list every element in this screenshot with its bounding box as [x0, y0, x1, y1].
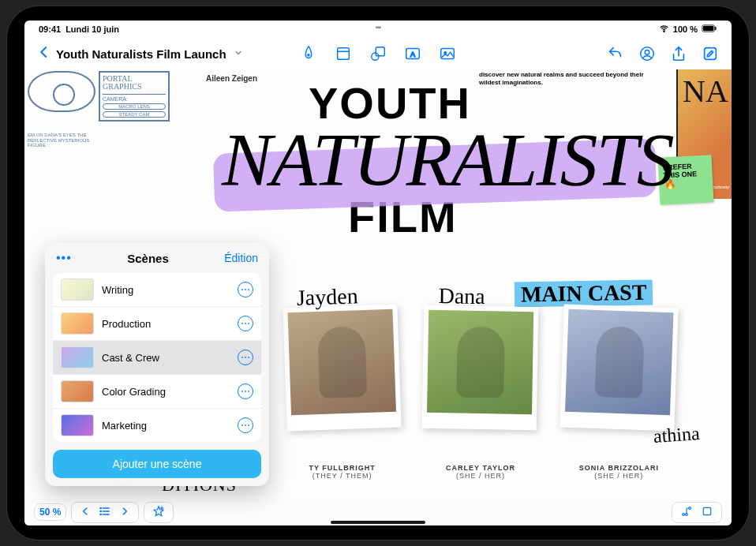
ellipsis-circle-icon[interactable]: ⋯: [238, 316, 253, 331]
scene-thumb-icon: [61, 279, 94, 301]
zoom-value: 50 %: [39, 507, 61, 518]
cast-photo-1: [288, 309, 397, 416]
eye-sketch-icon: [28, 71, 95, 112]
scene-label: Color Grading: [102, 386, 166, 398]
svg-rect-5: [338, 48, 350, 60]
svg-rect-15: [705, 48, 717, 60]
media-icon[interactable]: [439, 45, 456, 62]
undo-icon[interactable]: [607, 45, 624, 62]
planning-pill-1: MACRO LENS: [103, 103, 166, 110]
cast-name-3: SONIA BRIZZOLARI: [562, 464, 676, 472]
svg-point-14: [645, 50, 649, 54]
cast-caption-2: CARLEY TAYLOR (SHE / HER): [423, 464, 537, 480]
svg-point-4: [308, 54, 309, 56]
svg-point-20: [100, 510, 101, 511]
cast-pronouns-1: (THEY / THEM): [285, 472, 399, 480]
status-time: 09:41: [39, 24, 61, 34]
scene-label: Writing: [102, 284, 133, 296]
scene-label: Production: [102, 318, 151, 330]
ellipsis-circle-icon[interactable]: ⋯: [238, 417, 253, 433]
text-box-icon[interactable]: A: [404, 45, 421, 62]
scene-thumb-icon: [61, 346, 94, 368]
cast-name-1: TY FULLBRIGHT: [285, 464, 399, 472]
star-scene-button-group: [144, 502, 174, 523]
edit-icon[interactable]: [702, 45, 719, 62]
shape-icon[interactable]: [369, 45, 387, 62]
canvas-heading: YOUTH NATURALISTS FILM: [222, 82, 673, 238]
multitask-dots-icon[interactable]: •••: [376, 24, 380, 32]
collaborate-icon[interactable]: [638, 45, 656, 62]
next-scene-button[interactable]: [116, 506, 133, 519]
connector-icon[interactable]: [677, 505, 696, 520]
polaroid-2[interactable]: Dana: [422, 305, 539, 431]
frame-icon[interactable]: [698, 505, 717, 520]
scene-row-cast-crew[interactable]: Cast & Crew ⋯: [53, 341, 261, 375]
scene-thumb-icon: [61, 312, 94, 335]
svg-rect-28: [703, 507, 710, 514]
pen-tool-icon[interactable]: [300, 45, 317, 62]
prev-scene-button[interactable]: [77, 506, 94, 519]
scene-label: Marketing: [102, 420, 147, 432]
planning-pill-2: STEADY CAM: [103, 111, 166, 118]
cast-signature-2: Dana: [439, 283, 486, 309]
cast-pronouns-2: (SHE / HER): [423, 472, 537, 480]
svg-point-27: [686, 513, 688, 515]
planning-graphics-label: PORTAL GRAPHICS: [103, 75, 166, 91]
planning-camera-label: CAMERA:: [103, 94, 166, 102]
share-icon[interactable]: [670, 45, 687, 62]
star-plus-icon[interactable]: [149, 505, 168, 520]
svg-point-26: [689, 507, 691, 509]
scene-thumb-icon: [61, 380, 94, 402]
heading-line-2: NATURALISTS: [222, 118, 673, 202]
scene-row-marketing[interactable]: Marketing ⋯: [53, 409, 261, 442]
cast-name-2: CARLEY TAYLOR: [423, 464, 537, 472]
title-chevron-icon[interactable]: [234, 48, 243, 59]
ellipsis-circle-icon[interactable]: ⋯: [238, 383, 253, 399]
scene-row-production[interactable]: Production ⋯: [53, 307, 261, 341]
popover-arrow-icon: [116, 485, 130, 486]
document-title[interactable]: Youth Naturalists Film Launch: [56, 47, 226, 61]
battery-icon: [702, 24, 717, 35]
screen: 09:41 Lundi 10 juin ••• 100 % Youth Nat: [24, 21, 732, 525]
left-sketch-group: PORTAL GRAPHICS CAMERA: MACRO LENS STEAD…: [28, 71, 170, 148]
cast-caption-1: TY FULLBRIGHT (THEY / THEM): [285, 464, 399, 480]
svg-point-8: [372, 53, 379, 60]
scene-thumb-icon: [61, 414, 94, 436]
status-date: Lundi 10 juin: [65, 24, 119, 34]
popover-title: Scènes: [127, 252, 169, 265]
extra-signature: athina: [653, 423, 700, 447]
scene-nav-group: [71, 502, 139, 523]
ellipsis-circle-icon[interactable]: ⋯: [238, 282, 253, 297]
cast-captions: TY FULLBRIGHT (THEY / THEM) CARLEY TAYLO…: [285, 464, 676, 480]
bottom-right-tools: [672, 502, 722, 523]
svg-text:A: A: [410, 50, 416, 58]
scene-list-button[interactable]: [95, 505, 114, 520]
main-cast-label: MAIN CAST: [514, 279, 653, 307]
home-indicator[interactable]: [331, 521, 425, 524]
scene-list: Writing ⋯ Production ⋯ Cast & Crew ⋯ Col…: [53, 273, 261, 442]
toolbar: Youth Naturalists Film Launch A: [24, 38, 732, 69]
zoom-control[interactable]: 50 %: [34, 503, 66, 521]
popover-more-icon[interactable]: •••: [56, 251, 72, 265]
back-button[interactable]: [37, 45, 51, 63]
battery-text: 100 %: [673, 24, 698, 34]
cast-pronouns-3: (SHE / HER): [562, 472, 676, 480]
planning-card: PORTAL GRAPHICS CAMERA: MACRO LENS STEAD…: [99, 71, 170, 122]
poster-fragment-text: NA: [683, 73, 728, 110]
scenes-popover: ••• Scènes Édition Writing ⋯ Production …: [45, 243, 269, 486]
svg-rect-11: [441, 49, 455, 59]
scene-row-writing[interactable]: Writing ⋯: [53, 273, 261, 307]
popover-edit-button[interactable]: Édition: [224, 252, 258, 264]
scene-row-color-grading[interactable]: Color Grading ⋯: [53, 375, 261, 409]
polaroid-3[interactable]: [560, 305, 679, 432]
cast-caption-3: SONIA BRIZZOLARI (SHE / HER): [562, 464, 676, 480]
ellipsis-circle-icon[interactable]: ⋯: [238, 350, 253, 365]
add-scene-button[interactable]: Ajouter une scène: [53, 450, 261, 478]
polaroid-row: Jayden Dana: [285, 306, 676, 429]
cast-photo-2: [427, 310, 534, 414]
polaroid-1[interactable]: Jayden: [283, 305, 402, 432]
svg-point-21: [100, 514, 101, 514]
svg-point-19: [100, 507, 101, 508]
sticky-note-icon[interactable]: [335, 45, 352, 62]
cast-signature-1: Jayden: [296, 283, 358, 311]
